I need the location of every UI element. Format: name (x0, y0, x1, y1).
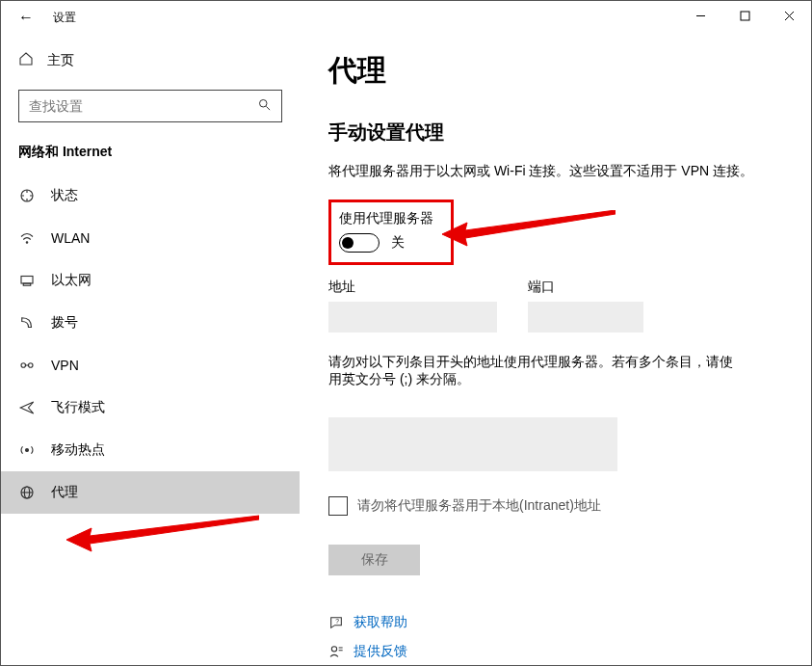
svg-rect-1 (741, 12, 749, 20)
svg-point-20 (331, 647, 336, 652)
exceptions-description: 请勿对以下列条目开头的地址使用代理服务器。若有多个条目，请使用英文分号 (;) … (328, 354, 743, 388)
nav: 状态 WLAN 以太网 拨号 VPN (18, 174, 282, 514)
sidebar-item-label: VPN (51, 358, 79, 373)
svg-rect-8 (21, 277, 33, 284)
annotation-arrow-sidebar (66, 511, 259, 573)
sidebar-item-vpn[interactable]: VPN (1, 344, 300, 386)
svg-point-4 (260, 100, 268, 108)
sidebar-item-status[interactable]: 状态 (1, 174, 300, 217)
sidebar-item-ethernet[interactable]: 以太网 (1, 259, 300, 302)
search-box[interactable] (18, 90, 282, 122)
address-label: 地址 (328, 279, 497, 296)
svg-line-5 (266, 106, 270, 110)
sidebar-item-label: 移动热点 (51, 441, 105, 459)
dialup-icon (18, 314, 51, 332)
page-title: 代理 (328, 51, 773, 91)
window-title: 设置 (53, 10, 76, 26)
svg-point-7 (26, 242, 28, 244)
toggle-state: 关 (391, 234, 405, 252)
proxy-icon (18, 484, 51, 501)
back-button[interactable]: ← (18, 9, 47, 26)
sidebar-item-airplane[interactable]: 飞行模式 (1, 386, 300, 429)
sidebar-item-label: 以太网 (51, 272, 92, 289)
sidebar-item-hotspot[interactable]: 移动热点 (1, 429, 300, 471)
save-button[interactable]: 保存 (328, 545, 420, 575)
sidebar-item-proxy[interactable]: 代理 (1, 471, 300, 514)
svg-text:?: ? (335, 618, 339, 625)
sidebar-item-label: 拨号 (51, 314, 78, 332)
help-icon: ? (328, 615, 354, 630)
maximize-button[interactable] (722, 1, 767, 30)
svg-rect-9 (23, 283, 31, 285)
svg-point-11 (29, 363, 34, 368)
wifi-icon (18, 229, 51, 247)
sidebar-item-label: WLAN (51, 230, 90, 246)
close-button[interactable] (767, 1, 811, 30)
intranet-label: 请勿将代理服务器用于本地(Intranet)地址 (357, 497, 601, 515)
feedback-icon (328, 644, 354, 659)
search-icon (257, 97, 272, 115)
sidebar-item-label: 状态 (51, 187, 78, 204)
content: 代理 手动设置代理 将代理服务器用于以太网或 Wi-Fi 连接。这些设置不适用于… (300, 34, 811, 665)
airplane-icon (18, 399, 51, 416)
title-bar: ← 设置 (1, 1, 811, 34)
svg-marker-17 (66, 516, 259, 551)
search-input[interactable] (29, 98, 247, 114)
highlight-box: 使用代理服务器 关 (328, 200, 454, 265)
section-title: 手动设置代理 (328, 120, 773, 146)
sidebar-item-label: 飞行模式 (51, 399, 105, 416)
help-link[interactable]: ? 获取帮助 (328, 614, 773, 631)
settings-window: ← 设置 主页 网络和 Internet 状态 (0, 0, 812, 666)
sidebar-item-dialup[interactable]: 拨号 (1, 302, 300, 344)
svg-marker-18 (442, 210, 616, 246)
sidebar: 主页 网络和 Internet 状态 WLAN 以太网 (1, 34, 300, 665)
section-header: 网络和 Internet (18, 144, 282, 161)
annotation-arrow-toggle (442, 210, 616, 262)
use-proxy-toggle[interactable] (339, 233, 380, 253)
window-controls (678, 1, 811, 30)
hotspot-icon (18, 441, 51, 459)
sidebar-item-wlan[interactable]: WLAN (1, 217, 300, 259)
minimize-button[interactable] (678, 1, 722, 30)
port-label: 端口 (528, 279, 643, 296)
address-input[interactable] (328, 302, 497, 333)
vpn-icon (18, 357, 51, 374)
home-icon (18, 51, 47, 70)
svg-point-13 (26, 449, 29, 452)
feedback-link[interactable]: 提供反馈 (328, 643, 773, 660)
port-input[interactable] (528, 302, 643, 333)
sidebar-home[interactable]: 主页 (18, 43, 282, 78)
intranet-checkbox[interactable] (328, 496, 348, 516)
home-label: 主页 (47, 52, 74, 69)
section-description: 将代理服务器用于以太网或 Wi-Fi 连接。这些设置不适用于 VPN 连接。 (328, 163, 773, 180)
ethernet-icon (18, 272, 51, 289)
toggle-label: 使用代理服务器 (339, 210, 437, 227)
svg-point-10 (21, 363, 26, 368)
status-icon (18, 187, 51, 204)
exceptions-input[interactable] (328, 417, 617, 471)
sidebar-item-label: 代理 (51, 484, 78, 501)
